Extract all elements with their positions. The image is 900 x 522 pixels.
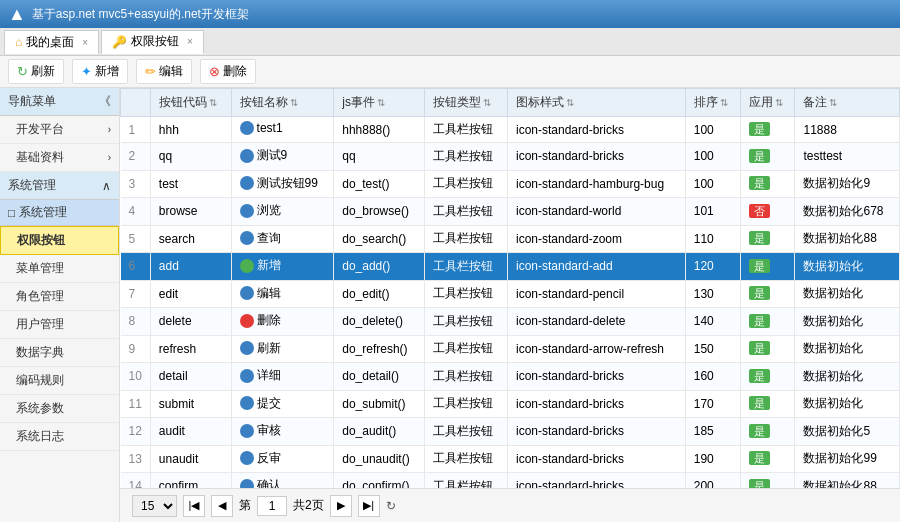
cell-code: hhh	[150, 117, 231, 143]
sidebar-system-label: 系统管理	[8, 177, 56, 194]
edit-button[interactable]: ✏ 编辑	[136, 59, 192, 84]
refresh-button[interactable]: ↻ 刷新	[8, 59, 64, 84]
cell-js-event: hhh888()	[334, 117, 425, 143]
sidebar-system-header[interactable]: 系统管理 ∧	[0, 172, 119, 200]
sidebar-item-data-dict[interactable]: 数据字典	[0, 339, 119, 367]
row-icon	[240, 479, 254, 489]
cell-rownum: 7	[121, 280, 151, 308]
col-btn-type[interactable]: 按钮类型⇅	[425, 89, 508, 117]
col-code[interactable]: 按钮代码⇅	[150, 89, 231, 117]
apply-badge: 否	[749, 204, 770, 218]
cell-code: add	[150, 253, 231, 281]
apply-badge: 是	[749, 369, 770, 383]
sidebar-nav-label: 导航菜单	[8, 93, 56, 110]
cell-rownum: 1	[121, 117, 151, 143]
sidebar-item-sys-log[interactable]: 系统日志	[0, 423, 119, 451]
current-page-input[interactable]	[257, 496, 287, 516]
sort-icon-apply: ⇅	[775, 97, 783, 108]
col-icon-style[interactable]: 图标样式⇅	[507, 89, 685, 117]
code-rules-label: 编码规则	[16, 372, 64, 389]
cell-sort: 150	[685, 335, 740, 363]
table-row[interactable]: 5 search 查询 do_search() 工具栏按钮 icon-stand…	[121, 225, 900, 253]
sidebar-item-code-rules[interactable]: 编码规则	[0, 367, 119, 395]
sort-icon-type: ⇅	[483, 97, 491, 108]
sidebar-collapse-icon: 《	[99, 93, 111, 110]
table-row[interactable]: 3 test 测试按钮99 do_test() 工具栏按钮 icon-stand…	[121, 170, 900, 198]
cell-apply: 是	[740, 473, 795, 489]
sidebar-item-sys-params[interactable]: 系统参数	[0, 395, 119, 423]
add-button[interactable]: ✦ 新增	[72, 59, 128, 84]
user-mgmt-label: 用户管理	[16, 316, 64, 333]
folder-icon: □	[8, 206, 15, 220]
sidebar-system-group[interactable]: □ 系统管理	[0, 200, 119, 226]
cell-js-event: do_edit()	[334, 280, 425, 308]
tab-permissions[interactable]: 🔑 权限按钮 ×	[101, 30, 204, 54]
sidebar-item-user-mgmt[interactable]: 用户管理	[0, 311, 119, 339]
tab-home-close[interactable]: ×	[82, 37, 88, 48]
apply-badge: 是	[749, 424, 770, 438]
cell-apply: 是	[740, 390, 795, 418]
table-row[interactable]: 14 confirm 确认 do_confirm() 工具栏按钮 icon-st…	[121, 473, 900, 489]
edit-icon: ✏	[145, 64, 156, 79]
page-size-select[interactable]: 15 20 50	[132, 495, 177, 517]
cell-icon-style: icon-standard-zoom	[507, 225, 685, 253]
cell-rownum: 12	[121, 418, 151, 446]
col-apply[interactable]: 应用⇅	[740, 89, 795, 117]
cell-apply: 是	[740, 225, 795, 253]
cell-js-event: do_submit()	[334, 390, 425, 418]
table-row[interactable]: 12 audit 审核 do_audit() 工具栏按钮 icon-standa…	[121, 418, 900, 446]
sidebar-item-menu-mgmt[interactable]: 菜单管理	[0, 255, 119, 283]
cell-btn-type: 工具栏按钮	[425, 225, 508, 253]
tab-home[interactable]: ⌂ 我的桌面 ×	[4, 30, 99, 54]
cell-name: 新增	[231, 253, 334, 281]
table-container: 按钮代码⇅ 按钮名称⇅ js事件⇅ 按钮类型⇅ 图标样式⇅ 排序⇅ 应用⇅ 备注…	[120, 88, 900, 488]
next-page-button[interactable]: ▶	[330, 495, 352, 517]
col-sort[interactable]: 排序⇅	[685, 89, 740, 117]
col-remark[interactable]: 备注⇅	[795, 89, 900, 117]
sidebar-item-role-mgmt[interactable]: 角色管理	[0, 283, 119, 311]
cell-code: search	[150, 225, 231, 253]
sidebar-dev-platform-label: 开发平台	[16, 121, 64, 138]
col-js-event[interactable]: js事件⇅	[334, 89, 425, 117]
cell-remark: 数据初始化	[795, 280, 900, 308]
delete-button[interactable]: ⊗ 删除	[200, 59, 256, 84]
sort-icon-js: ⇅	[377, 97, 385, 108]
cell-sort: 101	[685, 198, 740, 226]
cell-icon-style: icon-standard-hamburg-bug	[507, 170, 685, 198]
table-row[interactable]: 7 edit 编辑 do_edit() 工具栏按钮 icon-standard-…	[121, 280, 900, 308]
table-row[interactable]: 13 unaudit 反审 do_unaudit() 工具栏按钮 icon-st…	[121, 445, 900, 473]
cell-name: test1	[231, 117, 334, 143]
cell-name: 审核	[231, 418, 334, 446]
last-page-button[interactable]: ▶|	[358, 495, 380, 517]
table-row[interactable]: 8 delete 删除 do_delete() 工具栏按钮 icon-stand…	[121, 308, 900, 336]
first-page-button[interactable]: |◀	[183, 495, 205, 517]
table-row[interactable]: 10 detail 详细 do_detail() 工具栏按钮 icon-stan…	[121, 363, 900, 391]
row-icon	[240, 451, 254, 465]
cell-rownum: 8	[121, 308, 151, 336]
table-row[interactable]: 1 hhh test1 hhh888() 工具栏按钮 icon-standard…	[121, 117, 900, 143]
sidebar-item-basic-data[interactable]: 基础资料 ›	[0, 144, 119, 172]
table-row[interactable]: 11 submit 提交 do_submit() 工具栏按钮 icon-stan…	[121, 390, 900, 418]
col-name[interactable]: 按钮名称⇅	[231, 89, 334, 117]
row-icon	[240, 231, 254, 245]
apply-badge: 是	[749, 286, 770, 300]
sidebar-item-permissions-btn[interactable]: 权限按钮	[0, 226, 119, 255]
table-refresh-icon[interactable]: ↻	[386, 499, 396, 513]
cell-code: browse	[150, 198, 231, 226]
table-row[interactable]: 2 qq 测试9 qq 工具栏按钮 icon-standard-bricks 1…	[121, 143, 900, 171]
cell-code: audit	[150, 418, 231, 446]
cell-apply: 是	[740, 170, 795, 198]
sidebar-nav-header[interactable]: 导航菜单 《	[0, 88, 119, 116]
table-row[interactable]: 4 browse 浏览 do_browse() 工具栏按钮 icon-stand…	[121, 198, 900, 226]
cell-remark: 数据初始化88	[795, 225, 900, 253]
cell-apply: 否	[740, 198, 795, 226]
main-layout: 导航菜单 《 开发平台 › 基础资料 › 系统管理 ∧ □ 系统管理 权限按钮 …	[0, 88, 900, 522]
cell-js-event: do_unaudit()	[334, 445, 425, 473]
table-row[interactable]: 9 refresh 刷新 do_refresh() 工具栏按钮 icon-sta…	[121, 335, 900, 363]
sort-icon-sort: ⇅	[720, 97, 728, 108]
sidebar-item-dev-platform[interactable]: 开发平台 ›	[0, 116, 119, 144]
cell-apply: 是	[740, 143, 795, 171]
tab-permissions-close[interactable]: ×	[187, 36, 193, 47]
table-row[interactable]: 6 add 新增 do_add() 工具栏按钮 icon-standard-ad…	[121, 253, 900, 281]
prev-page-button[interactable]: ◀	[211, 495, 233, 517]
